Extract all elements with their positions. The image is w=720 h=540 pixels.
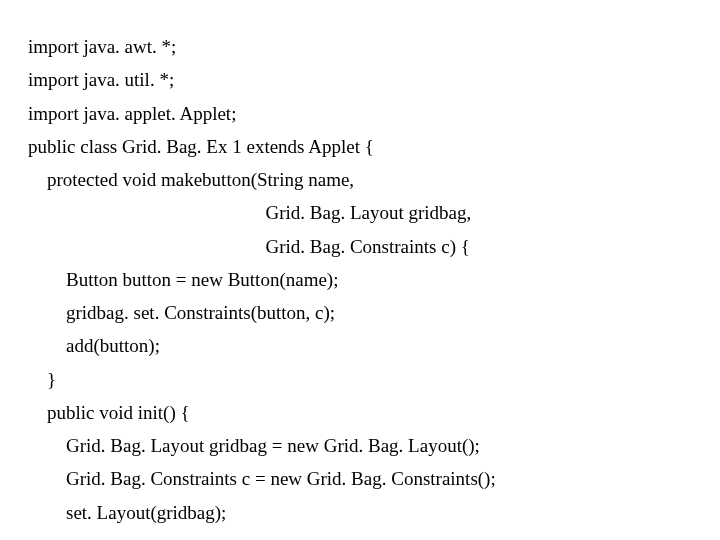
code-line: gridbag. set. Constraints(button, c); xyxy=(28,296,690,329)
code-block: import java. awt. *; import java. util. … xyxy=(28,30,690,529)
code-line: public void init() { xyxy=(28,396,690,429)
code-line: Grid. Bag. Constraints c) { xyxy=(28,230,690,263)
code-line: Button button = new Button(name); xyxy=(28,263,690,296)
code-line: Grid. Bag. Constraints c = new Grid. Bag… xyxy=(28,462,690,495)
code-line: import java. awt. *; xyxy=(28,30,690,63)
code-line: import java. util. *; xyxy=(28,63,690,96)
code-line: protected void makebutton(String name, xyxy=(28,163,690,196)
code-line: Grid. Bag. Layout gridbag, xyxy=(28,196,690,229)
code-line: public class Grid. Bag. Ex 1 extends App… xyxy=(28,130,690,163)
code-line: Grid. Bag. Layout gridbag = new Grid. Ba… xyxy=(28,429,690,462)
code-line: add(button); xyxy=(28,329,690,362)
code-line: import java. applet. Applet; xyxy=(28,97,690,130)
code-line: } xyxy=(28,363,690,396)
code-line: set. Layout(gridbag); xyxy=(28,496,690,529)
